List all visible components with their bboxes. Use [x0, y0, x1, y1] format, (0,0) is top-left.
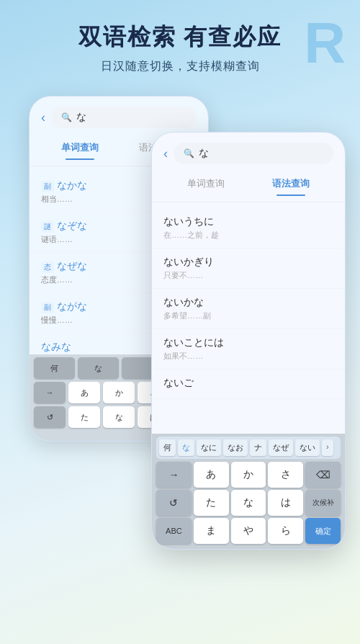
tab-grammar-query-front[interactable]: 语法查询 [248, 171, 333, 196]
tag: 态 [41, 261, 54, 273]
grammar-jp: ないかな [163, 296, 333, 309]
r-logo: R [304, 14, 346, 72]
front-search-bar[interactable]: 🔍 な [174, 143, 333, 164]
front-divider [152, 202, 345, 202]
front-phone-topbar: ‹ 🔍 な [152, 133, 345, 171]
kana-naze[interactable]: なぜ [269, 439, 293, 456]
tab-word-query-front[interactable]: 单词查询 [163, 171, 248, 196]
key-na2[interactable]: な [103, 406, 135, 428]
kana-nani2[interactable]: なに [197, 439, 221, 456]
front-phone: ‹ 🔍 な 单词查询 语法查询 ないうちに 在……之前，趁 ないかぎり 只要不…… [151, 132, 346, 550]
fkey-backspace[interactable]: ⌫ [305, 462, 341, 488]
fkey-ma[interactable]: ま [194, 518, 229, 544]
phones-container: ‹ 🔍 な 单词查询 语法查询 副なかな 相当…… 謎なぞな 谜语…… 态なぜな… [0, 89, 360, 607]
fkey-ha[interactable]: は [268, 490, 303, 516]
front-search-text: な [199, 147, 209, 160]
back-phone-topbar: ‹ 🔍 な [30, 97, 208, 135]
grammar-jp: ないご [163, 377, 333, 390]
back-search-bar[interactable]: 🔍 な [51, 107, 197, 128]
key-nani[interactable]: 何 [34, 357, 75, 379]
tag: 謎 [41, 221, 54, 233]
fkey-ya[interactable]: や [231, 518, 266, 544]
fkey-ta[interactable]: た [194, 490, 229, 516]
key-ka[interactable]: か [103, 382, 135, 403]
kana-suggestion-row: 何 な なに なお ナ なぜ ない › [156, 437, 341, 459]
fkey-confirm[interactable]: 确定 [305, 518, 341, 544]
kana-nao[interactable]: なお [223, 439, 248, 456]
key-a[interactable]: あ [68, 382, 100, 403]
fkey-next-candidate[interactable]: 次候补 [305, 490, 341, 516]
grammar-item[interactable]: ないかな 多希望……副 [152, 289, 345, 329]
tab-word-query-back[interactable]: 单词查询 [41, 135, 119, 160]
grammar-cn: 多希望……副 [163, 310, 333, 321]
grammar-cn: 只要不…… [163, 270, 333, 281]
front-kbd-grid: → あ か さ ⌫ ↺ た な は 次候补 ABC ま や ら 确定 [156, 462, 341, 544]
front-search-icon: 🔍 [184, 148, 194, 158]
fkey-na[interactable]: な [231, 490, 266, 516]
fkey-a[interactable]: あ [194, 462, 229, 488]
tag: 副 [41, 302, 54, 313]
grammar-cn: 如果不…… [163, 351, 333, 362]
fkey-ra[interactable]: ら [268, 518, 303, 544]
kana-nani[interactable]: 何 [159, 439, 176, 456]
search-icon: 🔍 [61, 112, 72, 122]
header-subtitle: 日汉随意切换，支持模糊查询 [14, 59, 346, 74]
key-na[interactable]: な [78, 357, 119, 379]
kana-NA[interactable]: ナ [250, 439, 266, 456]
front-tabs: 单词查询 语法查询 [152, 171, 345, 196]
fkey-arrow-right[interactable]: → [156, 462, 192, 488]
fkey-undo[interactable]: ↺ [156, 490, 192, 516]
header-title: 双语检索 有查必应 [14, 22, 346, 53]
fkey-abc[interactable]: ABC [156, 518, 192, 544]
grammar-cn: 在……之前，趁 [163, 230, 333, 241]
fkey-ka[interactable]: か [231, 462, 266, 488]
grammar-item[interactable]: ないご [152, 370, 345, 399]
grammar-jp: ないことには [163, 336, 333, 349]
kana-na[interactable]: な [178, 439, 194, 456]
key-arrow-right[interactable]: → [34, 382, 66, 403]
fkey-sa[interactable]: さ [268, 462, 303, 488]
back-arrow-icon[interactable]: ‹ [41, 110, 45, 125]
grammar-jp: ないうちに [163, 215, 333, 228]
grammar-item[interactable]: ないかぎり 只要不…… [152, 249, 345, 289]
back-search-text: な [76, 111, 86, 124]
kana-nai[interactable]: ない [295, 439, 320, 456]
header: R 双语检索 有查必应 日汉随意切换，支持模糊查询 [0, 0, 360, 89]
grammar-item[interactable]: ないうちに 在……之前，趁 [152, 208, 345, 249]
front-keyboard: 何 な なに なお ナ なぜ ない › → あ か さ ⌫ ↺ た な は 次候… [152, 434, 345, 549]
key-ta[interactable]: た [68, 406, 100, 428]
grammar-item[interactable]: ないことには 如果不…… [152, 329, 345, 370]
chevron-right-icon[interactable]: › [322, 439, 333, 456]
grammar-jp: ないかぎり [163, 256, 333, 269]
key-undo[interactable]: ↺ [34, 406, 66, 428]
tag: 副 [41, 181, 54, 192]
front-back-arrow-icon[interactable]: ‹ [163, 146, 168, 161]
